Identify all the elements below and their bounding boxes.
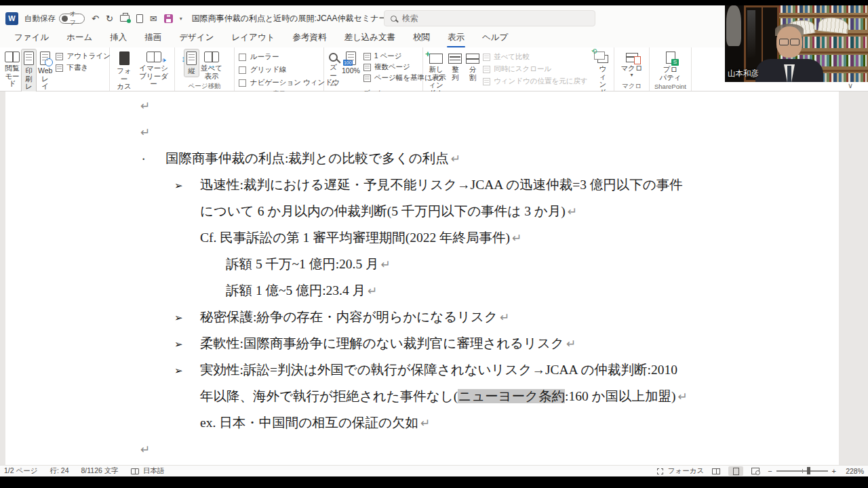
draft-button[interactable]: 下書き [56, 63, 110, 73]
zoom-out-icon[interactable]: − [768, 467, 772, 475]
search-box[interactable] [384, 10, 595, 26]
read-mode-button[interactable]: 閲覧モード [3, 49, 22, 89]
web-layout-view-button[interactable] [748, 466, 763, 476]
save-icon[interactable] [164, 14, 173, 23]
zoom-slider[interactable]: − + [768, 467, 836, 475]
print-layout-view-button[interactable] [728, 466, 743, 476]
paragraph-mark: ↵ [418, 416, 430, 430]
ribbon-group-macros: マクロ ▾ マクロ [614, 47, 650, 91]
read-mode-view-button[interactable] [709, 466, 724, 476]
ribbon-group-sharepoint: プロ パティ SharePoint [650, 47, 692, 91]
web-layout-icon [40, 52, 50, 65]
doc-line: 訴額 1 億~5 億円:23.4 月↵ [5, 277, 839, 304]
doc-line: ↵ [5, 119, 839, 145]
synchronous-scrolling-button: 同時にスクロール [483, 64, 588, 74]
tab-layout[interactable]: レイアウト [222, 30, 283, 47]
tab-mailings[interactable]: 差し込み文書 [335, 30, 404, 47]
tab-review[interactable]: 校閲 [404, 30, 439, 47]
document-area[interactable]: ↵ ↵ ・国際商事仲裁の利点:裁判との比較で多くの利点↵ ➢迅速性:裁判における… [0, 92, 868, 465]
tab-view[interactable]: 表示 [439, 30, 473, 47]
draft-icon [56, 64, 63, 72]
document-page[interactable]: ↵ ↵ ・国際商事仲裁の利点:裁判との比較で多くの利点↵ ➢迅速性:裁判における… [5, 92, 839, 465]
macros-caret-icon: ▾ [630, 73, 633, 78]
undo-icon[interactable]: ↶ [92, 14, 99, 23]
zoom-in-icon[interactable]: + [832, 467, 836, 475]
focus-button[interactable]: フォー カス [113, 49, 136, 92]
mail-icon[interactable]: ✉ [150, 14, 157, 23]
multiple-pages-icon [363, 64, 371, 71]
zoom-button[interactable]: ズーム [327, 49, 340, 89]
autosave-label: 自動保存 [24, 14, 56, 24]
ribbon-group-window: 新しいウィンドウ を開く 整列 分割 並べて比較 [423, 47, 614, 91]
search-icon [391, 16, 397, 22]
word-count[interactable]: 8/1126 文字 [81, 466, 119, 476]
zoom-slider-thumb[interactable] [807, 467, 810, 474]
one-page-icon [363, 53, 371, 60]
status-bar: 1/2 ページ 行: 24 8/1126 文字 日本語 フォーカス − + 22… [0, 465, 868, 476]
view-side-by-side-button: 並べて比較 [483, 52, 588, 62]
side-to-side-button[interactable]: 並べて 表示 [199, 49, 224, 81]
autosave-pill[interactable]: オフ [59, 14, 85, 24]
doc-line: 年以降、海外で執行が拒絶された事件なし(ニューヨーク条約:160 か国以上加盟)… [5, 383, 839, 409]
page-width-icon [363, 75, 371, 82]
autosave-toggle[interactable]: 自動保存 オフ [24, 14, 85, 24]
page-indicator[interactable]: 1/2 ページ [4, 466, 38, 476]
qat-overflow-icon[interactable]: ▾ [180, 16, 182, 22]
macros-button[interactable]: マクロ ▾ [618, 49, 644, 79]
participant-video [755, 22, 823, 82]
tab-file[interactable]: ファイル [5, 30, 58, 47]
paragraph-mark: ↵ [138, 443, 150, 456]
ribbon-group-show: ルーラー グリッド線 ナビゲーション ウィンドウ 表示 [235, 47, 324, 91]
tab-design[interactable]: デザイン [170, 30, 222, 47]
proofing-icon[interactable] [131, 468, 139, 474]
tab-insert[interactable]: 挿入 [101, 30, 136, 47]
print-icon[interactable] [120, 15, 130, 22]
outline-button[interactable]: アウトライン [56, 52, 110, 61]
doc-line: について 6 か月以内の仲裁判断(5 千万円以下の事件は 3 か月)↵ [5, 198, 839, 224]
paragraph-mark: ↵ [138, 99, 150, 113]
switch-windows-icon [597, 55, 608, 63]
tab-help[interactable]: ヘルプ [473, 30, 517, 47]
macros-icon [626, 53, 638, 62]
tab-draw[interactable]: 描画 [136, 30, 170, 47]
paragraph-mark: ↵ [564, 337, 576, 350]
paragraph-mark: ↵ [449, 152, 460, 165]
ribbon-collapse-chevron-icon[interactable]: ∨ [848, 81, 853, 90]
outline-icon [56, 53, 63, 60]
immersive-reader-button[interactable]: イマーシ ブリーダー [136, 49, 172, 89]
zoom-100-button[interactable]: 100% [340, 49, 362, 77]
doc-line: ↵ [5, 436, 839, 462]
zoom-icon [329, 53, 338, 62]
ribbon-group-zoom: ズーム 100% 1 ページ 複数ページ [324, 47, 423, 91]
properties-button[interactable]: プロ パティ [657, 49, 683, 83]
doc-line: ↵ [5, 92, 839, 119]
line-indicator[interactable]: 行: 24 [50, 466, 69, 476]
checkbox-icon [239, 54, 246, 61]
focus-mode-icon[interactable] [657, 468, 663, 474]
arrow-marker: ➢ [174, 305, 200, 331]
search-input[interactable] [402, 14, 538, 23]
word-app-icon: W [5, 12, 18, 25]
new-window-icon [429, 54, 443, 64]
focus-icon [119, 52, 130, 65]
view-side-by-side-icon [483, 54, 490, 61]
read-mode-icon [5, 52, 20, 62]
zoom-slider-track[interactable] [776, 470, 828, 472]
redo-icon[interactable]: ↻ [106, 14, 113, 23]
focus-mode-label[interactable]: フォーカス [668, 466, 704, 476]
highlighted-text: ニューヨーク条約 [458, 389, 565, 403]
web-layout-view-icon [751, 468, 760, 474]
split-button[interactable]: 分割 [464, 49, 481, 83]
doc-line: ➢迅速性:裁判における遅延・予見不能リスク→JCAA の迅速仲裁=3 億円以下の… [5, 171, 839, 198]
language-indicator[interactable]: 日本語 [143, 466, 165, 476]
vertical-button[interactable]: 縦 [184, 49, 199, 77]
zoom-percentage[interactable]: 228% [841, 467, 864, 475]
arrange-all-button[interactable]: 整列 [446, 49, 464, 83]
doc-line: ex. 日本・中国間の相互の保証の欠如↵ [5, 409, 839, 436]
new-document-icon[interactable] [136, 14, 143, 23]
tab-home[interactable]: ホーム [58, 30, 101, 47]
ribbon-group-immersive: フォー カス イマーシ ブリーダー イマーシブ [110, 47, 175, 91]
tab-references[interactable]: 参考資料 [283, 30, 335, 47]
doc-line: ➢柔軟性:国際商事紛争に理解のない裁判官に審理されるリスク↵ [5, 330, 839, 357]
side-to-side-icon [204, 52, 219, 62]
